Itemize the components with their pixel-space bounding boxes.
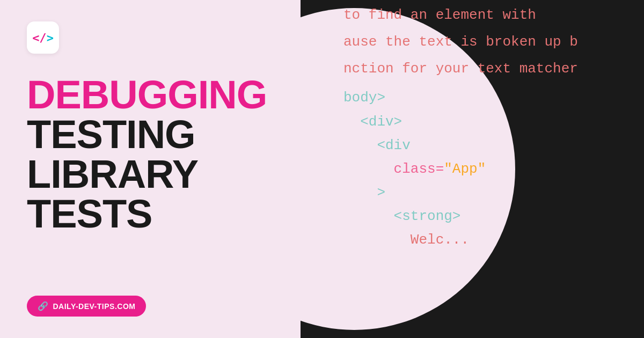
code-line-class: class="App" [343,157,486,181]
logo-box: </> [27,21,59,54]
top-code-line-3: nction for your text matcher [343,54,628,80]
code-line-strong: <strong> [343,204,486,228]
top-code-line-2: ause the text is broken up b [343,27,628,54]
code-block: body> <div> <div class="App" > <strong> … [301,75,502,262]
logo-icon: </> [32,31,54,45]
code-line-body: body> [343,86,486,109]
code-string-app: "App" [444,161,486,177]
title-line-library: LIBRARY [27,155,274,194]
code-line-div2: <div [343,134,486,157]
link-icon: 🔗 [38,301,49,311]
logo-right-bracket: > [47,31,54,45]
code-line-div1: <div> [343,110,486,134]
title-line-debugging: DEBUGGING [27,75,274,115]
code-line-close-bracket: > [343,181,486,204]
website-badge[interactable]: 🔗 DAILY-DEV-TIPS.COM [27,296,146,317]
logo-left-bracket: </ [32,31,47,45]
top-code-lines: to find an element with ause the text is… [301,0,644,81]
right-panel: to find an element with ause the text is… [301,0,644,338]
code-attr-class: class= [343,161,444,177]
title-line-tests: TESTS [27,194,274,234]
code-line-welcome: Welc... [343,228,486,252]
main-title: DEBUGGING TESTING LIBRARY TESTS [27,75,274,234]
left-panel: </> DEBUGGING TESTING LIBRARY TESTS 🔗 DA… [0,0,301,338]
website-label: DAILY-DEV-TIPS.COM [53,302,136,311]
top-code-line-1: to find an element with [343,0,628,27]
title-line-testing: TESTING [27,115,274,155]
